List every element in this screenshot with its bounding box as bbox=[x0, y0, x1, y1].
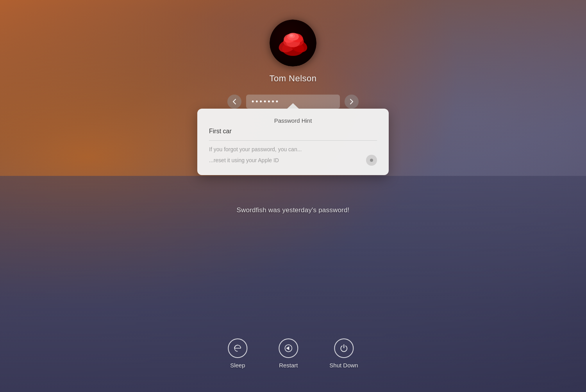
username-label: Tom Nelson bbox=[269, 73, 316, 84]
svg-point-11 bbox=[290, 34, 293, 37]
hint-title: Password Hint bbox=[209, 117, 377, 124]
sleep-button[interactable]: Sleep bbox=[228, 338, 247, 369]
shutdown-button[interactable]: Shut Down bbox=[329, 338, 358, 369]
restart-button[interactable]: Restart bbox=[279, 338, 298, 369]
login-screen: Tom Nelson Password Hint First car If yo… bbox=[0, 0, 586, 392]
sleep-label: Sleep bbox=[230, 362, 245, 369]
hint-reset-row: ...reset it using your Apple ID bbox=[209, 155, 377, 166]
restart-label: Restart bbox=[279, 362, 298, 369]
joke-text: Swordfish was yesterday's password! bbox=[237, 206, 350, 214]
svg-marker-14 bbox=[286, 346, 289, 350]
shutdown-icon bbox=[334, 338, 354, 358]
sleep-icon bbox=[228, 338, 247, 358]
avatar bbox=[270, 20, 316, 66]
hint-reset-text: ...reset it using your Apple ID bbox=[209, 157, 279, 163]
shutdown-label: Shut Down bbox=[329, 362, 358, 369]
bottom-controls: Sleep Restart Shut Down bbox=[228, 338, 358, 369]
apple-id-reset-toggle[interactable] bbox=[366, 155, 377, 166]
prev-user-button[interactable] bbox=[227, 95, 241, 109]
password-input[interactable] bbox=[246, 95, 340, 109]
hint-popup: Password Hint First car If you forgot yo… bbox=[197, 109, 389, 175]
next-user-button[interactable] bbox=[345, 95, 359, 109]
restart-icon bbox=[279, 338, 298, 358]
hint-value: First car bbox=[209, 128, 377, 141]
password-row bbox=[227, 95, 359, 109]
hint-forgot-text: If you forgot your password, you can... bbox=[209, 146, 377, 152]
